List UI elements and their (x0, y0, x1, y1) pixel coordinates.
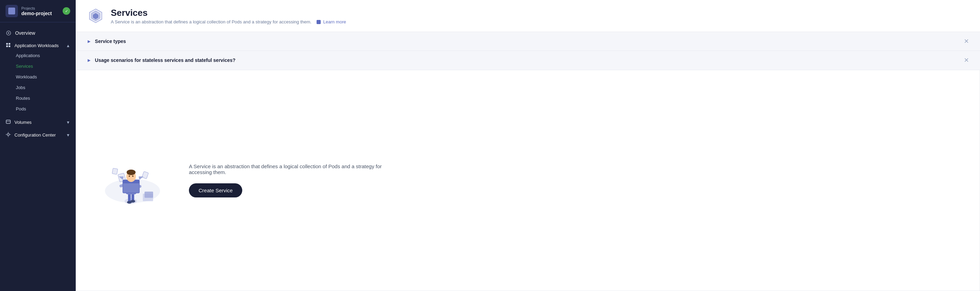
logo-icon (8, 8, 15, 14)
sidebar-item-services-label: Services (16, 64, 33, 69)
sidebar-nav: Overview Application Workloads ▲ Applica… (0, 22, 76, 144)
sidebar-item-pods[interactable]: Pods (0, 103, 76, 114)
overview-icon (5, 30, 12, 36)
volumes-icon (5, 119, 11, 126)
svg-rect-16 (112, 168, 118, 174)
sidebar-item-routes[interactable]: Routes (0, 93, 76, 103)
svg-point-30 (129, 175, 130, 177)
usage-scenarios-chevron-icon: ► (87, 57, 92, 63)
configuration-center-chevron-icon: ▼ (66, 133, 70, 138)
svg-rect-5 (9, 45, 10, 47)
page-description: A Service is an abstraction that defines… (111, 19, 346, 24)
accordion-service-types[interactable]: ► Service types ✕ (76, 32, 980, 51)
svg-point-8 (7, 134, 9, 135)
sidebar-section-configuration-center[interactable]: Configuration Center ▼ (0, 129, 76, 140)
sidebar-item-jobs-label: Jobs (16, 85, 25, 90)
sidebar-item-overview-label: Overview (15, 30, 35, 36)
svg-point-1 (8, 32, 9, 34)
sidebar-item-applications-label: Applications (16, 53, 40, 58)
sidebar-item-workloads-label: Workloads (16, 74, 37, 80)
dropdown-badge[interactable]: ✓ (63, 7, 70, 15)
usage-scenarios-close-icon[interactable]: ✕ (964, 56, 969, 64)
empty-state-illustration (98, 153, 167, 208)
usage-scenarios-title: Usage scenarios for stateless services a… (95, 57, 236, 63)
service-types-title: Service types (95, 38, 126, 44)
sidebar-item-applications[interactable]: Applications (0, 50, 76, 61)
learn-more-link[interactable]: Learn more (323, 19, 346, 24)
sidebar-item-workloads[interactable]: Workloads (0, 72, 76, 82)
services-icon (87, 7, 105, 25)
empty-state: A Service is an abstraction that defines… (76, 70, 980, 291)
service-types-chevron-icon: ► (87, 38, 92, 44)
configuration-center-label: Configuration Center (14, 132, 56, 138)
svg-rect-4 (6, 45, 8, 47)
sidebar-section-application-workloads[interactable]: Application Workloads ▲ (0, 40, 76, 50)
sidebar-item-services[interactable]: Services (0, 61, 76, 72)
empty-state-description: A Service is an abstraction that defines… (189, 164, 395, 175)
svg-point-31 (132, 175, 134, 177)
create-service-button[interactable]: Create Service (189, 183, 242, 197)
sidebar-logo (5, 5, 18, 17)
project-info: Projects demo-project (21, 6, 59, 16)
svg-point-22 (130, 200, 135, 203)
svg-rect-17 (142, 171, 148, 179)
sidebar-section-volumes[interactable]: Volumes ▼ (0, 116, 76, 127)
application-workloads-icon (5, 42, 11, 49)
project-name: demo-project (21, 11, 59, 16)
page-header: Services A Service is an abstraction tha… (76, 0, 980, 32)
application-workloads-chevron-icon: ▲ (66, 43, 70, 48)
page-title: Services (111, 8, 346, 18)
accordion-usage-scenarios[interactable]: ► Usage scenarios for stateless services… (76, 51, 980, 70)
sidebar-item-overview[interactable]: Overview (0, 27, 76, 40)
page-header-text: Services A Service is an abstraction tha… (111, 8, 346, 24)
svg-rect-14 (145, 192, 153, 198)
sidebar-header[interactable]: Projects demo-project ✓ (0, 0, 76, 22)
service-types-close-icon[interactable]: ✕ (964, 38, 969, 45)
sidebar-item-routes-label: Routes (16, 95, 30, 101)
empty-state-content: A Service is an abstraction that defines… (189, 164, 395, 197)
svg-rect-3 (9, 43, 10, 45)
main-content: Services A Service is an abstraction tha… (76, 0, 980, 291)
volumes-label: Volumes (14, 120, 32, 125)
sidebar-item-jobs[interactable]: Jobs (0, 82, 76, 93)
volumes-chevron-icon: ▼ (66, 120, 70, 125)
application-workloads-label: Application Workloads (14, 43, 59, 48)
sidebar-item-pods-label: Pods (16, 106, 26, 111)
configuration-center-icon (5, 132, 11, 138)
sidebar: Projects demo-project ✓ Overview (0, 0, 76, 291)
svg-rect-6 (6, 120, 10, 124)
svg-rect-2 (6, 43, 8, 45)
accordion-container: ► Service types ✕ ► Usage scenarios for … (76, 32, 980, 70)
projects-label: Projects (21, 6, 59, 11)
book-icon (317, 20, 321, 24)
svg-point-29 (127, 170, 135, 175)
